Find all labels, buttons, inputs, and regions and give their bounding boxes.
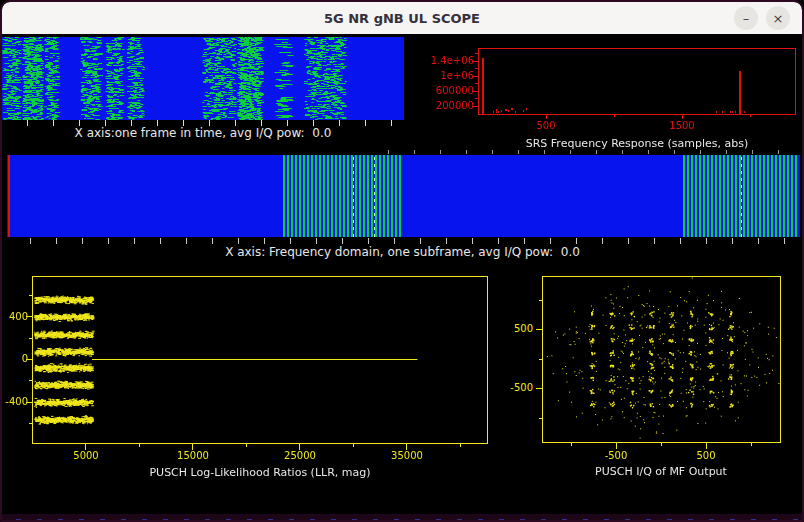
iq-plot-canvas[interactable] — [535, 270, 790, 450]
srs-plot-title: SRS Frequency Response (samples, abs) — [486, 137, 788, 150]
llr-xtick-1: 5000 — [56, 450, 116, 461]
window-title: 5G NR gNB UL SCOPE — [324, 11, 480, 26]
freq-spectrogram-axis-ticks — [5, 238, 800, 244]
llr-ytick-1: 400 — [0, 311, 28, 322]
freq-spectrogram-label: X axis: Frequency domain, one subframe, … — [5, 245, 800, 259]
srs-xtick-2: 1500 — [657, 120, 707, 131]
title-bar[interactable]: 5G NR gNB UL SCOPE – × — [2, 2, 802, 34]
iq-ytick-1: 500 — [499, 323, 533, 334]
llr-ytick-2: 0 — [0, 353, 28, 364]
llr-ytick-3: -400 — [0, 396, 28, 407]
scope-window: 5G NR gNB UL SCOPE – × X axis:one frame … — [0, 0, 804, 522]
clipped-bottom-ticks — [0, 519, 804, 521]
time-spectrogram-canvas[interactable] — [2, 37, 404, 120]
close-button[interactable]: × — [766, 6, 790, 30]
llr-xtick-3: 25000 — [270, 450, 330, 461]
inter-row-ticks — [363, 150, 800, 154]
clipped-bottom-row — [0, 514, 804, 522]
time-spectrogram-label: X axis:one frame in time, avg I/Q pow: 0… — [2, 126, 404, 140]
llr-plot-title: PUSCH Log-Likelihood Ratios (LLR, mag) — [60, 466, 460, 479]
llr-xtick-4: 35000 — [377, 450, 437, 461]
srs-ytick-3: 600000 — [420, 85, 474, 96]
srs-ytick-4: 200000 — [420, 100, 474, 111]
srs-ytick-1: 1.4e+06 — [420, 55, 474, 66]
srs-ytick-2: 1e+06 — [420, 70, 474, 81]
llr-plot-canvas[interactable] — [25, 270, 495, 451]
iq-plot-title: PUSCH I/Q of MF Output — [511, 465, 804, 478]
iq-xtick-2: 500 — [676, 450, 736, 461]
llr-xtick-2: 15000 — [163, 450, 223, 461]
minimize-button[interactable]: – — [734, 6, 758, 30]
freq-spectrogram-canvas[interactable] — [5, 155, 800, 237]
srs-plot-canvas[interactable] — [445, 42, 800, 126]
srs-xtick-1: 500 — [521, 120, 571, 131]
iq-ytick-2: -500 — [499, 382, 533, 393]
iq-xtick-1: -500 — [586, 450, 646, 461]
